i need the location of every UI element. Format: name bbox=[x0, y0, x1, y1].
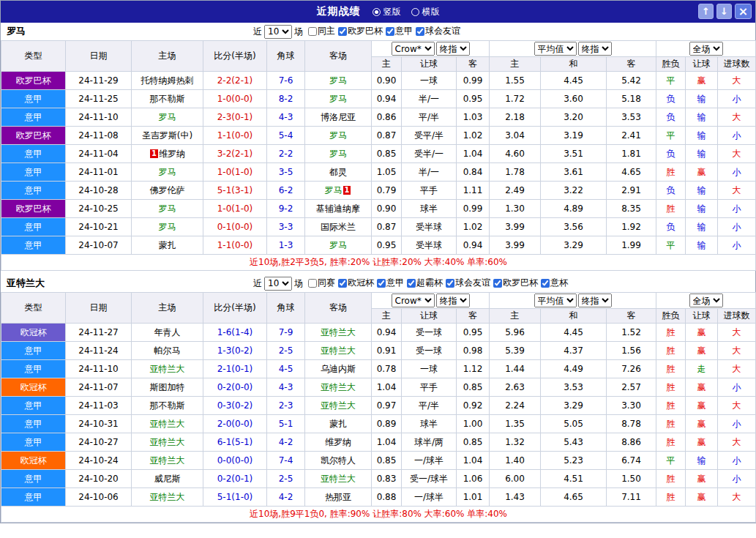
checkbox-input[interactable] bbox=[416, 27, 424, 36]
away-team: 蒙扎 bbox=[305, 415, 372, 433]
titlebar-center: 近期战绩 竖版 横版 bbox=[1, 5, 755, 18]
result-goals: 小 bbox=[718, 163, 756, 182]
match-rows: 欧冠杯24-11-27年青人1-6(1-4)7-9亚特兰大0.94受一球0.95… bbox=[1, 324, 756, 507]
filter-check-超霸杯[interactable]: 超霸杯 bbox=[407, 277, 443, 289]
recent-count-select[interactable]: 10 bbox=[264, 25, 292, 39]
match-row: 欧冠杯24-11-27年青人1-6(1-4)7-9亚特兰大0.94受一球0.95… bbox=[1, 324, 756, 342]
checkbox-input[interactable] bbox=[407, 279, 416, 288]
match-date: 24-10-25 bbox=[66, 200, 132, 218]
odds-company-select[interactable]: 全场 bbox=[689, 294, 723, 307]
team-label: 亚特兰大 bbox=[150, 492, 185, 502]
avg-draw-odds: 3.19 bbox=[541, 127, 607, 145]
odds-company-select[interactable]: 终指 bbox=[578, 42, 612, 56]
checkbox-input[interactable] bbox=[338, 27, 347, 36]
filter-check-球会友谊[interactable]: 球会友谊 bbox=[446, 277, 490, 289]
result-goals: 小 bbox=[718, 452, 756, 470]
radio-vertical-layout[interactable]: 竖版 bbox=[373, 6, 401, 18]
odds-company-select[interactable]: 平均值 bbox=[534, 294, 577, 307]
away-team: 亚特兰大 bbox=[305, 397, 372, 415]
odds-company-select[interactable]: Crow* bbox=[392, 42, 435, 56]
avg-home-odds: 3.99 bbox=[490, 218, 541, 236]
avg-draw-odds: 3.20 bbox=[541, 108, 607, 127]
checkbox-input[interactable] bbox=[446, 279, 454, 288]
filter-check-意杯[interactable]: 意杯 bbox=[541, 277, 568, 289]
corners: 4-2 bbox=[267, 433, 305, 452]
match-date: 24-10-21 bbox=[66, 218, 132, 236]
odds-select-cell: 全场 bbox=[656, 293, 756, 309]
col-header-home: 主场 bbox=[132, 41, 203, 72]
home-team: 罗马 bbox=[132, 108, 203, 127]
checkbox-input[interactable] bbox=[541, 279, 550, 288]
match-row: 意甲24-11-03那不勒斯0-3(0-2)2-3亚特兰大0.97平/半0.92… bbox=[1, 397, 756, 415]
recent-count-select[interactable]: 10 bbox=[264, 277, 292, 291]
home-team: 那不勒斯 bbox=[132, 90, 203, 108]
league-type: 欧罗巴杯 bbox=[1, 72, 66, 90]
result-handicap: 赢 bbox=[686, 470, 718, 488]
filter-check-意甲[interactable]: 意甲 bbox=[386, 25, 413, 37]
league-type: 意甲 bbox=[1, 182, 66, 200]
odds-company-select[interactable]: 终指 bbox=[436, 294, 470, 307]
checkbox-input[interactable] bbox=[493, 279, 502, 288]
sub-col-eu-away: 客 bbox=[607, 309, 656, 324]
odds-company-select[interactable]: 终指 bbox=[436, 42, 470, 56]
handicap-home-odds: 0.79 bbox=[372, 182, 402, 200]
avg-away-odds: 1.92 bbox=[607, 218, 656, 236]
result-outcome: 平 bbox=[656, 452, 686, 470]
checkbox-input[interactable] bbox=[338, 279, 347, 288]
down-arrow-icon: ↓ bbox=[720, 7, 728, 16]
score: 5-1(3-1) bbox=[203, 182, 267, 200]
away-team: 国际米兰 bbox=[305, 218, 372, 236]
avg-draw-odds: 4.45 bbox=[541, 324, 607, 342]
filter-check-欧罗巴杯[interactable]: 欧罗巴杯 bbox=[493, 277, 538, 289]
filter-check-球会友谊[interactable]: 球会友谊 bbox=[416, 25, 460, 37]
checkbox-input[interactable] bbox=[377, 279, 386, 288]
handicap-line: 平手 bbox=[402, 378, 457, 397]
filter-check-欧冠杯[interactable]: 欧冠杯 bbox=[338, 277, 374, 289]
result-outcome: 胜 bbox=[656, 488, 686, 507]
team-label: 罗马 bbox=[329, 75, 347, 86]
team-label: 托特纳姆热刺 bbox=[141, 75, 194, 86]
radio-horizontal-layout[interactable]: 横版 bbox=[411, 6, 440, 18]
odds-company-select[interactable]: 平均值 bbox=[534, 42, 577, 56]
handicap-line: 受半/一 bbox=[402, 145, 457, 163]
away-team: 乌迪内斯 bbox=[305, 360, 372, 378]
checkbox-input[interactable] bbox=[386, 27, 394, 36]
handicap-home-odds: 0.86 bbox=[372, 108, 402, 127]
filter-check-同赛[interactable]: 同赛 bbox=[308, 277, 335, 289]
filter-check-意甲[interactable]: 意甲 bbox=[377, 277, 404, 289]
odds-company-select[interactable]: 终指 bbox=[578, 294, 612, 307]
filter-check-欧罗巴杯[interactable]: 欧罗巴杯 bbox=[338, 25, 383, 37]
home-team: 圣吉罗斯(中) bbox=[132, 127, 203, 145]
away-team: 罗马 bbox=[305, 145, 372, 163]
handicap-line: 平/半 bbox=[402, 108, 457, 127]
result-outcome: 平 bbox=[656, 236, 686, 255]
result-handicap: 赢 bbox=[686, 415, 718, 433]
corners: 4-3 bbox=[267, 108, 305, 127]
odds-company-select[interactable]: 全场 bbox=[689, 42, 723, 56]
league-type: 欧冠杯 bbox=[1, 452, 66, 470]
home-team: 帕尔马 bbox=[132, 342, 203, 360]
odds-company-select[interactable]: Crow* bbox=[392, 294, 435, 307]
league-type: 意甲 bbox=[1, 470, 66, 488]
score: 1-0(1-0) bbox=[203, 163, 267, 182]
checkbox-label: 同赛 bbox=[318, 277, 335, 289]
match-row: 意甲24-10-20威尼斯0-2(0-1)2-5亚特兰大0.83受一/球半1.0… bbox=[1, 470, 756, 488]
scroll-down-button[interactable]: ↓ bbox=[716, 4, 732, 19]
avg-away-odds: 2.57 bbox=[607, 378, 656, 397]
team-label: 亚特兰大 bbox=[150, 419, 185, 429]
checkbox-input[interactable] bbox=[308, 27, 317, 36]
home-team: 斯图加特 bbox=[132, 378, 203, 397]
sub-col-ah-line: 让球 bbox=[402, 57, 457, 72]
match-row: 意甲24-11-041维罗纳3-2(2-1)2-2罗马0.85受半/一1.044… bbox=[1, 145, 756, 163]
league-type: 意甲 bbox=[1, 342, 66, 360]
checkbox-input[interactable] bbox=[308, 279, 317, 288]
scroll-up-button[interactable]: ↑ bbox=[698, 4, 714, 19]
filter-check-同主[interactable]: 同主 bbox=[308, 25, 335, 37]
corners: 2-2 bbox=[267, 145, 305, 163]
handicap-home-odds: 0.87 bbox=[372, 218, 402, 236]
score: 0-0(0-0) bbox=[203, 452, 267, 470]
league-type: 欧冠杯 bbox=[1, 378, 66, 397]
close-button[interactable]: × bbox=[735, 4, 752, 19]
away-team: 罗马 bbox=[305, 90, 372, 108]
handicap-away-odds: 1.01 bbox=[457, 488, 490, 507]
